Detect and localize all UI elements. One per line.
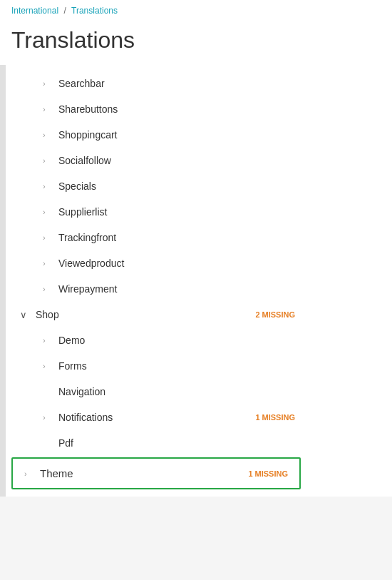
chevron-down-icon: ∨ bbox=[20, 310, 29, 320]
notifications-missing-badge: 1 MISSING bbox=[255, 413, 295, 422]
item-label: Viewedproduct bbox=[58, 258, 124, 269]
list-item[interactable]: › Wirepayment bbox=[6, 276, 306, 302]
item-label: Demo bbox=[58, 335, 85, 346]
item-label: Supplierlist bbox=[58, 206, 107, 218]
list-item[interactable]: › Notifications 1 MISSING bbox=[6, 405, 306, 430]
chevron-right-icon: › bbox=[43, 105, 51, 113]
list-item[interactable]: › Searchbar bbox=[6, 71, 306, 96]
content-area: › Searchbar › Sharebuttons › Shoppingcar… bbox=[0, 65, 392, 497]
item-label: Navigation bbox=[58, 386, 105, 397]
chevron-right-icon: › bbox=[43, 208, 51, 216]
item-label-shop: Shop bbox=[36, 309, 59, 320]
chevron-right-icon: › bbox=[43, 156, 51, 165]
list-item-theme[interactable]: › Theme 1 MISSING bbox=[11, 457, 301, 489]
item-label: Socialfollow bbox=[58, 155, 111, 166]
chevron-right-icon: › bbox=[43, 182, 51, 190]
item-label: Shoppingcart bbox=[58, 129, 118, 141]
chevron-right-icon: › bbox=[43, 131, 51, 139]
list-item[interactable]: › Shoppingcart bbox=[6, 122, 306, 148]
list-item[interactable]: › Supplierlist bbox=[6, 199, 306, 225]
left-bar bbox=[0, 65, 6, 497]
breadcrumb-parent[interactable]: International bbox=[11, 6, 58, 16]
right-panel bbox=[306, 65, 392, 497]
chevron-right-icon: › bbox=[43, 285, 51, 293]
list-item[interactable]: › Demo bbox=[6, 327, 306, 353]
list-item[interactable]: › Forms bbox=[6, 353, 306, 379]
list-item[interactable]: › Specials bbox=[6, 173, 306, 199]
item-label: Forms bbox=[58, 360, 87, 372]
chevron-right-icon: › bbox=[43, 79, 51, 88]
item-label-theme: Theme bbox=[40, 467, 73, 479]
page-title: Translations bbox=[0, 21, 392, 65]
chevron-right-icon: › bbox=[43, 336, 51, 345]
item-label: Pdf bbox=[58, 437, 73, 449]
list-item[interactable]: › Trackingfront bbox=[6, 225, 306, 250]
list-item[interactable]: Pdf bbox=[6, 430, 306, 456]
list-item-shop[interactable]: ∨ Shop 2 MISSING bbox=[6, 302, 306, 327]
chevron-right-icon: › bbox=[43, 413, 51, 422]
list-container: › Searchbar › Sharebuttons › Shoppingcar… bbox=[6, 65, 306, 497]
shop-missing-badge: 2 MISSING bbox=[255, 310, 295, 319]
chevron-right-icon: › bbox=[24, 469, 33, 478]
item-label: Sharebuttons bbox=[58, 103, 118, 115]
item-label: Wirepayment bbox=[58, 283, 117, 295]
breadcrumb: International / Translations bbox=[0, 0, 392, 21]
list-item[interactable]: Navigation bbox=[6, 379, 306, 405]
list-item[interactable]: › Sharebuttons bbox=[6, 96, 306, 122]
item-label: Trackingfront bbox=[58, 232, 116, 243]
list-item[interactable]: › Socialfollow bbox=[6, 148, 306, 173]
item-label: Searchbar bbox=[58, 78, 105, 89]
breadcrumb-current[interactable]: Translations bbox=[71, 6, 118, 16]
item-label: Specials bbox=[58, 180, 96, 192]
chevron-right-icon: › bbox=[43, 362, 51, 370]
chevron-right-icon: › bbox=[43, 259, 51, 268]
list-item[interactable]: › Viewedproduct bbox=[6, 250, 306, 276]
theme-missing-badge: 1 MISSING bbox=[248, 469, 288, 478]
item-label: Notifications bbox=[58, 412, 113, 423]
chevron-right-icon: › bbox=[43, 233, 51, 242]
